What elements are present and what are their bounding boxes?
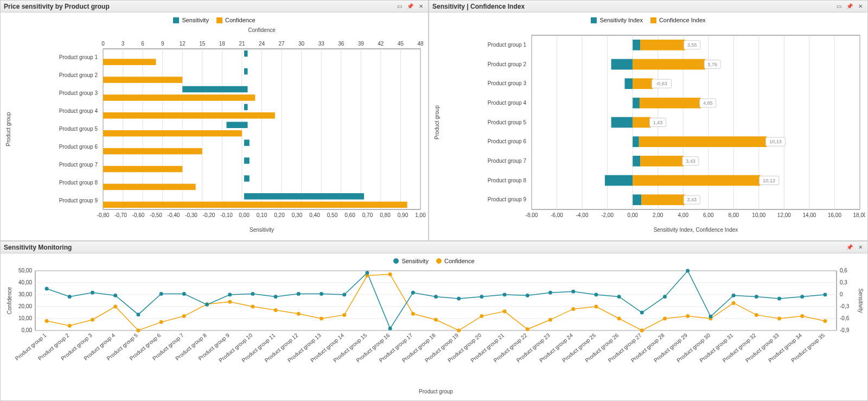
svg-text:Product group 9: Product group 9 <box>59 198 98 203</box>
svg-point-235 <box>457 329 461 333</box>
svg-text:Product group 6: Product group 6 <box>59 144 98 150</box>
svg-text:Confidence: Confidence <box>248 27 276 33</box>
svg-text:3,43: 3,43 <box>687 197 697 202</box>
close-icon[interactable]: ✕ <box>857 3 864 10</box>
chart-legend: Sensitivity Confidence <box>3 15 426 24</box>
svg-text:21: 21 <box>239 41 245 47</box>
svg-text:3: 3 <box>122 41 125 47</box>
svg-text:0: 0 <box>840 291 843 297</box>
svg-rect-74 <box>244 139 250 146</box>
svg-text:0,6: 0,6 <box>840 268 847 273</box>
close-icon[interactable]: ✕ <box>857 244 864 251</box>
maximize-icon[interactable]: ▭ <box>395 3 403 10</box>
svg-text:5,76: 5,76 <box>707 62 717 67</box>
svg-text:-0,30: -0,30 <box>185 212 197 218</box>
svg-point-245 <box>686 314 690 318</box>
pin-icon[interactable]: 📌 <box>846 244 853 251</box>
svg-text:Product group 2: Product group 2 <box>488 61 527 67</box>
svg-text:-0,70: -0,70 <box>114 212 127 218</box>
svg-text:-0,3: -0,3 <box>840 303 850 309</box>
svg-text:39: 39 <box>358 41 365 47</box>
panel-controls: ▭ 📌 ✕ <box>395 3 425 10</box>
svg-point-283 <box>755 295 758 298</box>
svg-rect-80 <box>244 175 250 182</box>
pin-icon[interactable]: 📌 <box>846 3 853 10</box>
chart-confidence-index[interactable]: Sensitivity Index, Confidence IndexProdu… <box>431 24 865 234</box>
svg-point-280 <box>686 269 690 273</box>
svg-point-253 <box>68 295 72 298</box>
svg-rect-146 <box>633 156 640 167</box>
close-icon[interactable]: ✕ <box>417 3 425 10</box>
svg-text:8,00: 8,00 <box>729 212 739 218</box>
svg-point-230 <box>342 313 346 317</box>
legend-item-sensitivity[interactable]: Sensitivity <box>393 258 429 264</box>
svg-text:1,00: 1,00 <box>415 212 426 218</box>
legend-swatch-teal <box>591 17 597 23</box>
svg-rect-62 <box>244 68 248 75</box>
legend-label: Sensitivity <box>182 17 209 23</box>
legend-item-confidence-index[interactable]: Confidence Index <box>650 17 706 23</box>
svg-text:15: 15 <box>199 41 206 47</box>
svg-point-221 <box>136 329 140 333</box>
svg-text:Product group 5: Product group 5 <box>488 119 527 125</box>
svg-text:Product group 3: Product group 3 <box>59 90 98 96</box>
chart-monitoring[interactable]: ConfidenceSensitivityProduct group0,0010… <box>3 265 866 396</box>
svg-text:Product group 7: Product group 7 <box>59 162 98 168</box>
svg-point-239 <box>548 318 552 322</box>
svg-point-268 <box>411 291 415 295</box>
svg-point-267 <box>388 327 392 330</box>
svg-rect-136 <box>611 117 633 128</box>
svg-rect-64 <box>103 94 255 101</box>
svg-text:42: 42 <box>378 41 384 47</box>
svg-rect-68 <box>244 104 248 111</box>
svg-text:6,00: 6,00 <box>703 212 714 218</box>
chart-price-sensitivity[interactable]: ConfidenceSensitivityProduct group036912… <box>3 24 426 234</box>
panel-header: Sensitivity Monitoring 📌 ✕ <box>1 241 867 253</box>
legend-label: Confidence Index <box>659 17 706 23</box>
svg-text:Product group 8: Product group 8 <box>59 180 98 186</box>
svg-text:9: 9 <box>161 41 164 47</box>
maximize-icon[interactable]: ▭ <box>835 3 843 10</box>
panel-title: Sensitivity Monitoring <box>4 244 846 251</box>
svg-text:-0,60: -0,60 <box>132 212 145 218</box>
chart-legend: Sensitivity Index Confidence Index <box>431 15 865 24</box>
legend-item-confidence[interactable]: Confidence <box>436 258 475 264</box>
svg-rect-116 <box>633 40 640 50</box>
svg-text:-0,6: -0,6 <box>840 315 850 321</box>
svg-point-242 <box>617 317 621 321</box>
svg-text:36: 36 <box>338 41 344 47</box>
svg-point-251 <box>823 319 827 323</box>
svg-text:12: 12 <box>180 41 186 47</box>
svg-point-229 <box>320 317 323 321</box>
svg-point-282 <box>732 294 736 297</box>
svg-text:30,00: 30,00 <box>18 291 32 297</box>
pin-icon[interactable]: 📌 <box>406 3 414 10</box>
legend-item-sensitivity[interactable]: Sensitivity <box>173 17 209 23</box>
svg-point-248 <box>755 313 758 317</box>
svg-point-236 <box>480 314 483 318</box>
svg-text:4,00: 4,00 <box>678 212 688 218</box>
svg-rect-127 <box>633 78 653 89</box>
svg-point-278 <box>640 311 644 315</box>
svg-text:12,00: 12,00 <box>777 212 791 218</box>
svg-text:0,50: 0,50 <box>327 212 338 218</box>
svg-text:10,13: 10,13 <box>769 139 782 144</box>
svg-rect-157 <box>641 194 685 205</box>
svg-rect-67 <box>103 112 275 119</box>
svg-text:-6,00: -6,00 <box>551 212 563 218</box>
svg-text:-0,80: -0,80 <box>97 212 110 218</box>
svg-rect-117 <box>640 40 685 50</box>
panel-body: Sensitivity Confidence ConfidenceSensiti… <box>1 12 428 240</box>
legend-item-sensitivity-index[interactable]: Sensitivity Index <box>591 17 642 23</box>
svg-text:Product group 4: Product group 4 <box>59 108 98 114</box>
svg-point-232 <box>388 272 392 276</box>
legend-item-confidence[interactable]: Confidence <box>216 17 256 23</box>
svg-point-223 <box>182 314 186 318</box>
svg-rect-141 <box>633 136 639 147</box>
svg-point-266 <box>365 271 369 275</box>
svg-text:18: 18 <box>219 41 226 47</box>
svg-point-272 <box>503 293 507 297</box>
svg-point-254 <box>91 291 94 295</box>
svg-text:3,55: 3,55 <box>687 42 697 48</box>
legend-label: Sensitivity <box>401 258 429 264</box>
